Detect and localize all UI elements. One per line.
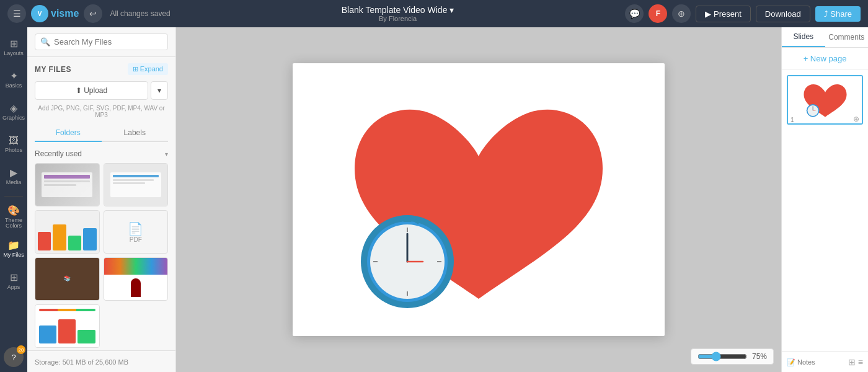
logo-icon: V	[31, 5, 48, 22]
sidebar-item-label: My Files	[3, 252, 24, 258]
layouts-icon: ⊞	[10, 38, 18, 50]
tab-slides[interactable]: Slides	[782, 27, 825, 47]
list-view-button[interactable]: ≡	[858, 357, 863, 367]
slide-number: 1	[790, 117, 794, 123]
sidebar-item-basics[interactable]: ✦ Basics	[1, 64, 26, 94]
chevron-down-icon: ▾	[165, 151, 168, 157]
apps-icon: ⊞	[10, 272, 18, 283]
sidebar-item-graphics[interactable]: ◈ Graphics	[1, 97, 26, 126]
main-area: ⊞ Layouts ✦ Basics ◈ Graphics 🖼 Photos ▶…	[0, 27, 868, 372]
notes-button[interactable]: 📝 Notes	[787, 358, 844, 366]
pdf-thumbnail[interactable]: 📄 PDF	[104, 210, 169, 254]
tab-comments[interactable]: Comments	[825, 27, 869, 47]
tab-labels[interactable]: Labels	[102, 125, 169, 141]
pdf-label: PDF	[130, 236, 142, 243]
notification-badge: 20	[17, 345, 25, 354]
svg-rect-9	[403, 217, 412, 222]
panel-content: MY FILES ⊞ Expand ⬆ Upload ▾ Add JPG, PN…	[27, 57, 175, 350]
topbar-right: 💬 F ⊕ ▶ Present Download ⤴ Share	[625, 4, 861, 23]
zoom-slider[interactable]	[698, 352, 747, 361]
collab-icon[interactable]: ⊕	[672, 4, 691, 23]
file-thumbnail[interactable]	[35, 163, 100, 206]
zoom-bar: 75%	[691, 348, 774, 365]
health-illustration: 1230 Kcal 🏃 🚴 🏋 60 45 90	[293, 63, 665, 336]
chat-button[interactable]: 💬	[625, 4, 644, 23]
menu-icon[interactable]: ☰	[7, 4, 26, 23]
right-tabs: Slides Comments	[782, 27, 868, 48]
myfiles-icon: 📁	[7, 239, 20, 251]
upload-dropdown-button[interactable]: ▾	[151, 81, 168, 100]
sidebar-item-apps[interactable]: ⊞ Apps	[1, 266, 26, 296]
topbar-center: Blank Template Video Wide ▾ By Florencia	[177, 5, 619, 22]
my-files-title: MY FILES	[35, 65, 71, 74]
share-button[interactable]: ⤴ Share	[815, 6, 861, 22]
present-button[interactable]: ▶ Present	[696, 6, 750, 22]
sidebar-item-label: Graphics	[2, 115, 25, 121]
slide-add-icon[interactable]: ⊕	[853, 115, 859, 123]
document-subtitle: By Florencia	[379, 15, 417, 22]
sidebar-divider	[4, 196, 23, 197]
storage-bar: Storage: 501 MB of 25,600 MB	[27, 350, 175, 372]
sidebar-item-label: Theme Colors	[1, 218, 26, 229]
pdf-icon: 📄	[128, 221, 143, 236]
colors-icon: 🎨	[7, 205, 20, 216]
sidebar-item-label: Layouts	[4, 51, 24, 56]
search-box: 🔍	[27, 27, 175, 57]
search-icon: 🔍	[40, 37, 50, 46]
slide-thumb-inner	[788, 76, 862, 123]
help-button[interactable]: ? 20	[4, 347, 24, 367]
folder-tabs-row: Folders Labels	[35, 125, 168, 142]
expand-button[interactable]: ⊞ Expand	[128, 63, 168, 75]
file-thumbnail[interactable]	[104, 163, 169, 206]
panel-scroll: MY FILES ⊞ Expand ⬆ Upload ▾ Add JPG, PN…	[27, 57, 175, 350]
sidebar-item-myfiles[interactable]: 📁 My Files	[1, 234, 26, 264]
file-thumbnail[interactable]	[104, 257, 169, 301]
sidebar-item-photos[interactable]: 🖼 Photos	[1, 129, 26, 159]
upload-hint: Add JPG, PNG, GIF, SVG, PDF, MP4, WAV or…	[35, 105, 168, 118]
file-grid: 📄 PDF 📚	[35, 163, 168, 348]
download-button[interactable]: Download	[756, 6, 810, 22]
storage-text: Storage: 501 MB of 25,600 MB	[35, 358, 128, 366]
right-panel: Slides Comments + New page	[781, 27, 868, 372]
sidebar-item-label: Basics	[6, 83, 22, 89]
sidebar-item-label: Media	[6, 180, 22, 185]
grid-view-button[interactable]: ⊞	[848, 357, 856, 367]
search-input[interactable]	[54, 37, 162, 46]
left-panel: 🔍 MY FILES ⊞ Expand ⬆ Upload ▾ Add JPG, …	[27, 27, 176, 372]
logo-text: visme	[51, 8, 79, 19]
autosave-status: All changes saved	[110, 9, 170, 18]
media-icon: ▶	[10, 167, 17, 179]
topbar: ☰ V visme ↩ All changes saved Blank Temp…	[0, 0, 868, 27]
avatar-button[interactable]: F	[649, 4, 667, 23]
graphics-icon: ◈	[10, 102, 17, 114]
document-title[interactable]: Blank Template Video Wide ▾	[342, 5, 454, 15]
icon-sidebar: ⊞ Layouts ✦ Basics ◈ Graphics 🖼 Photos ▶…	[0, 27, 27, 372]
slide-thumbnail-wrap: 1 ⊕	[782, 70, 868, 130]
right-bottom: 📝 Notes ⊞ ≡	[782, 352, 868, 372]
file-thumbnail[interactable]	[35, 210, 100, 254]
new-page-button[interactable]: + New page	[782, 48, 868, 70]
file-thumbnail[interactable]: 📚	[35, 257, 100, 301]
sidebar-item-layouts[interactable]: ⊞ Layouts	[1, 32, 26, 62]
tab-folders[interactable]: Folders	[35, 125, 102, 142]
undo-button[interactable]: ↩	[84, 4, 102, 23]
canvas-area[interactable]: 1230 Kcal 🏃 🚴 🏋 60 45 90	[176, 27, 781, 372]
canvas[interactable]: 1230 Kcal 🏃 🚴 🏋 60 45 90	[293, 63, 665, 336]
photos-icon: 🖼	[9, 135, 19, 146]
search-input-wrap: 🔍	[35, 33, 168, 50]
my-files-header: MY FILES ⊞ Expand	[35, 63, 168, 75]
zoom-level: 75%	[752, 352, 767, 361]
sidebar-item-media[interactable]: ▶ Media	[1, 161, 26, 191]
recently-used-title: Recently used	[35, 149, 82, 158]
view-icons: ⊞ ≡	[848, 357, 863, 367]
upload-row: ⬆ Upload ▾	[35, 81, 168, 100]
sidebar-item-colors[interactable]: 🎨 Theme Colors	[1, 202, 26, 231]
sidebar-item-label: Apps	[7, 285, 20, 290]
topbar-left: ☰ V visme ↩ All changes saved	[7, 4, 170, 23]
visme-logo: V visme	[31, 5, 79, 22]
slide-thumbnail[interactable]	[787, 75, 863, 125]
file-thumbnail[interactable]	[35, 304, 100, 348]
recently-used-header: Recently used ▾	[35, 149, 168, 158]
sidebar-item-label: Photos	[5, 148, 22, 153]
upload-button[interactable]: ⬆ Upload	[35, 81, 148, 100]
